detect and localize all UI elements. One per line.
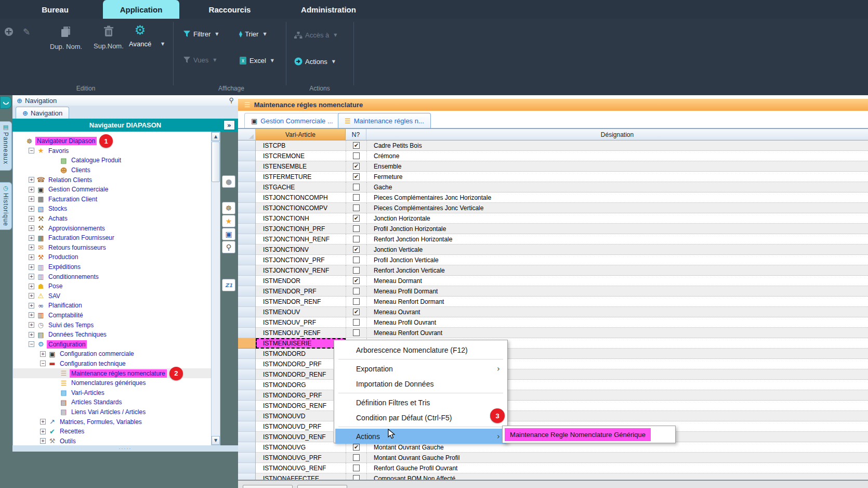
pin-icon[interactable]: ⚲ [229,96,234,104]
tree-item-stocks[interactable]: +▧Stocks [13,204,211,214]
tree-item-outils[interactable]: +⚒Outils [13,436,211,445]
row-selector-cell[interactable] [238,442,256,453]
row-selector-cell[interactable] [238,390,256,401]
table-row-istmondorg[interactable]: ISTMONDORG [238,380,868,390]
expand-plus-icon[interactable]: + [40,419,46,425]
tree-item-relation-clients[interactable]: +☎Relation Clients [13,175,211,185]
row-selector-cell[interactable] [238,286,256,297]
row-selector-cell[interactable] [238,328,256,338]
vues-button[interactable]: Vues ▼ [183,56,216,64]
row-selector-cell[interactable] [238,151,256,161]
checkbox-unchecked-icon[interactable] [353,184,360,190]
row-selector-cell[interactable] [238,140,256,151]
table-row-istmonouvg_renf[interactable]: ISTMONOUVG_RENFRenfort Gauche Profil Ouv… [238,463,868,473]
expand-plus-icon[interactable]: + [29,284,34,289]
tree-item-donn-es-techniques[interactable]: +▤Données Techniques [13,330,211,340]
row-selector-cell[interactable] [238,172,256,182]
tree-item-configuration[interactable]: −⚙Configuration [13,339,211,349]
menu-item-importation-de-donn-es[interactable]: Importation de Données [335,376,506,391]
checkbox-checked-icon[interactable]: ✔ [353,309,360,315]
row-selector-cell[interactable] [238,380,256,390]
row-selector-cell[interactable] [238,317,256,328]
checkbox-checked-icon[interactable]: ✔ [353,163,360,170]
row-selector-cell[interactable] [238,369,256,380]
row-selector-cell[interactable] [238,421,256,432]
tree-item-catalogue-produit[interactable]: ▤Catalogue Produit [13,156,211,165]
edit-button[interactable]: ✎ [23,27,30,37]
menu-tab-application[interactable]: Application [103,0,179,19]
table-row-istcremone[interactable]: ISTCREMONECrémone [238,151,868,161]
validation-button[interactable]: ✔ Validation [243,485,293,488]
navigator-helm-button[interactable]: ☸ [222,202,235,214]
expand-plus-icon[interactable]: + [29,196,34,202]
expand-navigator-button[interactable]: » [223,120,235,130]
column-header-vari-article[interactable]: Vari-Article [256,129,346,140]
row-selector-cell[interactable] [238,192,256,203]
expand-plus-icon[interactable]: + [29,264,34,270]
tree-item-retours-fournisseurs[interactable]: +✉Retours fournisseurs [13,243,211,253]
table-row-istmonouvd[interactable]: ISTMONOUVD [238,411,868,421]
expand-plus-icon[interactable]: + [29,312,34,318]
add-button[interactable] [4,27,14,36]
tree-item-vari-articles[interactable]: ▤Vari-Articles [13,388,211,397]
table-row-istmondorg_renf[interactable]: ISTMONDORG_RENF [238,401,868,411]
row-selector-cell[interactable] [238,224,256,234]
table-row-istjonctionv_renf[interactable]: ISTJONCTIONV_RENFRenfort Jonction Vertic… [238,265,868,276]
trier-button[interactable]: ▲▼ Trier ▼ [239,30,267,38]
table-row-istjonctioncomph[interactable]: ISTJONCTIONCOMPHPieces Complémentaires J… [238,192,868,203]
menu-item-d-finition-filtres-et-tris[interactable]: Définition Filtres et Tris [335,395,506,410]
excel-button[interactable]: x Excel ▼ [239,56,274,65]
table-row-istmonouvg_prf[interactable]: ISTMONOUVG_PRFMontant Ouvrant Gauche Pro… [238,453,868,463]
table-row-istmenouv[interactable]: ISTMENOUV✔Meneau Ouvrant [238,307,868,317]
tree-item-comptabilit-[interactable]: +▥Comptabilité [13,311,211,320]
checkbox-unchecked-icon[interactable] [353,298,360,305]
menu-item-arborescence-nomenclature-f12-[interactable]: Arborescence Nomenclature (F12) [335,342,506,357]
table-row-istmendor_prf[interactable]: ISTMENDOR_PRFMeneau Profil Dormant [238,286,868,297]
expand-plus-icon[interactable]: + [40,351,46,357]
row-selector-cell[interactable] [238,297,256,307]
z1-clock-button[interactable]: Z1 [222,279,235,291]
table-row-istmenouv_renf[interactable]: ISTMENOUV_RENFMeneau Renfort Ouvrant [238,328,868,338]
expand-plus-icon[interactable]: + [40,438,46,444]
filtrer-button[interactable]: Filtrer ▼ [183,30,218,38]
checkbox-checked-icon[interactable]: ✔ [353,444,360,451]
collapse-minus-icon[interactable]: − [29,341,34,347]
row-selector-cell[interactable] [238,432,256,442]
menu-tab-bureau[interactable]: Bureau [31,0,79,19]
column-header-designation[interactable]: Désignation [366,129,868,140]
panel-collapse-button[interactable] [0,96,11,109]
tree-item-suivi-des-temps[interactable]: +◷Suivi des Temps [13,320,211,330]
row-selector-cell[interactable] [238,276,256,286]
table-row-istmendor[interactable]: ISTMENDOR✔Meneau Dormant [238,276,868,286]
checkbox-unchecked-icon[interactable] [353,319,360,326]
tree-item-production[interactable]: +⚒Production [13,252,211,262]
checkbox-unchecked-icon[interactable] [353,454,360,461]
menu-item-condition-par-d-faut-ctrl-f5-[interactable]: Condition par Défaut (Ctrl-F5) [335,410,506,425]
tree-scrollbar[interactable]: ▲ ▼ [211,132,220,445]
favorites-star-button[interactable]: ★ [222,215,235,227]
row-selector-cell[interactable] [238,401,256,411]
row-selector-cell[interactable] [238,463,256,473]
tree-item-achats[interactable]: +⚒Achats [13,214,211,224]
tab-maintenance-regles[interactable]: ☰ Maintenance régles n... [338,113,431,128]
panel-splitter[interactable]: ····· [12,445,238,452]
tree-item-clients[interactable]: ☻Clients [13,165,211,175]
tab-gestion-commerciale[interactable]: ▣ Gestion Commerciale ... [244,113,340,128]
checkbox-unchecked-icon[interactable] [353,225,360,232]
column-header-n[interactable]: N? [346,129,366,140]
expand-plus-icon[interactable]: + [29,216,34,222]
tree-item-approvisionnements[interactable]: +⚒Approvisionnements [13,223,211,233]
row-selector-cell[interactable] [238,265,256,276]
row-selector-cell[interactable] [238,349,256,359]
row-selector-cell[interactable] [238,359,256,369]
table-row-istmondord_prf[interactable]: ISTMONDORD_PRF [238,359,868,369]
table-row-istjonctionv_prf[interactable]: ISTJONCTIONV_PRFProfil Jonction Vertical… [238,255,868,265]
checkbox-checked-icon[interactable]: ✔ [353,277,360,284]
checkbox-unchecked-icon[interactable] [353,267,360,274]
row-selector-cell[interactable] [238,307,256,317]
row-selector-cell[interactable] [238,411,256,421]
expand-plus-icon[interactable]: + [29,187,34,192]
rail-tab-panneaux[interactable]: ▤Panneaux [0,121,12,171]
dup-nom-button[interactable]: Dup. Nom. [50,25,82,50]
rail-tab-historique[interactable]: ◷Historique [0,182,12,230]
